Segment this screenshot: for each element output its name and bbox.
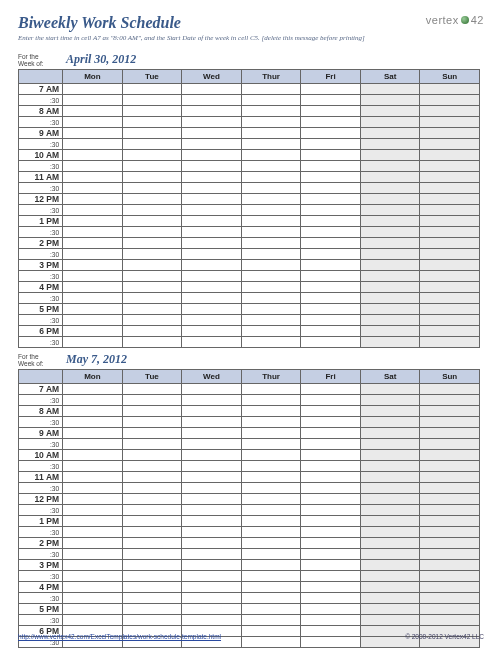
schedule-cell[interactable] [420,205,480,216]
schedule-cell[interactable] [420,406,480,417]
schedule-cell[interactable] [63,282,123,293]
schedule-cell[interactable] [122,406,182,417]
schedule-cell[interactable] [241,472,301,483]
schedule-cell[interactable] [301,194,361,205]
schedule-cell[interactable] [360,337,420,348]
schedule-cell[interactable] [301,315,361,326]
schedule-cell[interactable] [122,304,182,315]
schedule-cell[interactable] [301,483,361,494]
schedule-cell[interactable] [182,428,242,439]
schedule-cell[interactable] [301,384,361,395]
schedule-cell[interactable] [63,326,123,337]
schedule-cell[interactable] [360,428,420,439]
schedule-cell[interactable] [182,183,242,194]
schedule-cell[interactable] [182,472,242,483]
schedule-cell[interactable] [63,494,123,505]
schedule-cell[interactable] [360,260,420,271]
schedule-cell[interactable] [63,461,123,472]
schedule-cell[interactable] [182,615,242,626]
schedule-cell[interactable] [420,194,480,205]
schedule-cell[interactable] [122,84,182,95]
schedule-cell[interactable] [241,95,301,106]
schedule-cell[interactable] [241,315,301,326]
schedule-cell[interactable] [420,582,480,593]
schedule-cell[interactable] [63,505,123,516]
schedule-cell[interactable] [301,128,361,139]
schedule-cell[interactable] [241,238,301,249]
schedule-cell[interactable] [63,150,123,161]
schedule-cell[interactable] [241,417,301,428]
schedule-cell[interactable] [241,337,301,348]
schedule-cell[interactable] [360,293,420,304]
schedule-cell[interactable] [63,95,123,106]
schedule-cell[interactable] [182,326,242,337]
schedule-cell[interactable] [122,428,182,439]
schedule-cell[interactable] [360,315,420,326]
schedule-cell[interactable] [241,439,301,450]
schedule-cell[interactable] [122,249,182,260]
schedule-cell[interactable] [63,439,123,450]
schedule-cell[interactable] [360,326,420,337]
schedule-cell[interactable] [122,516,182,527]
schedule-cell[interactable] [420,315,480,326]
schedule-cell[interactable] [420,95,480,106]
schedule-cell[interactable] [301,183,361,194]
schedule-cell[interactable] [122,505,182,516]
schedule-cell[interactable] [182,271,242,282]
schedule-cell[interactable] [360,216,420,227]
schedule-cell[interactable] [241,172,301,183]
schedule-cell[interactable] [182,84,242,95]
schedule-cell[interactable] [241,216,301,227]
schedule-cell[interactable] [182,571,242,582]
schedule-cell[interactable] [241,582,301,593]
schedule-cell[interactable] [420,472,480,483]
schedule-cell[interactable] [182,461,242,472]
schedule-cell[interactable] [360,227,420,238]
schedule-cell[interactable] [63,516,123,527]
schedule-cell[interactable] [122,205,182,216]
schedule-cell[interactable] [122,549,182,560]
schedule-cell[interactable] [360,582,420,593]
schedule-cell[interactable] [420,139,480,150]
schedule-cell[interactable] [182,304,242,315]
schedule-cell[interactable] [241,604,301,615]
schedule-cell[interactable] [420,428,480,439]
schedule-cell[interactable] [360,450,420,461]
schedule-cell[interactable] [241,615,301,626]
schedule-cell[interactable] [122,494,182,505]
schedule-cell[interactable] [241,249,301,260]
schedule-cell[interactable] [122,439,182,450]
schedule-cell[interactable] [420,527,480,538]
schedule-cell[interactable] [182,538,242,549]
schedule-cell[interactable] [301,582,361,593]
schedule-cell[interactable] [241,205,301,216]
schedule-cell[interactable] [301,117,361,128]
schedule-cell[interactable] [182,117,242,128]
schedule-cell[interactable] [360,384,420,395]
schedule-cell[interactable] [420,461,480,472]
schedule-cell[interactable] [122,183,182,194]
schedule-cell[interactable] [182,227,242,238]
schedule-cell[interactable] [182,128,242,139]
schedule-cell[interactable] [360,395,420,406]
schedule-cell[interactable] [301,494,361,505]
schedule-cell[interactable] [420,293,480,304]
schedule-cell[interactable] [241,84,301,95]
schedule-cell[interactable] [241,293,301,304]
schedule-cell[interactable] [420,216,480,227]
schedule-cell[interactable] [122,571,182,582]
schedule-cell[interactable] [241,428,301,439]
schedule-cell[interactable] [301,527,361,538]
schedule-cell[interactable] [241,450,301,461]
schedule-cell[interactable] [241,326,301,337]
schedule-cell[interactable] [301,161,361,172]
schedule-cell[interactable] [301,249,361,260]
schedule-cell[interactable] [122,95,182,106]
schedule-cell[interactable] [122,417,182,428]
schedule-cell[interactable] [122,139,182,150]
schedule-cell[interactable] [301,560,361,571]
schedule-cell[interactable] [360,505,420,516]
schedule-cell[interactable] [122,615,182,626]
schedule-cell[interactable] [420,238,480,249]
schedule-cell[interactable] [182,205,242,216]
